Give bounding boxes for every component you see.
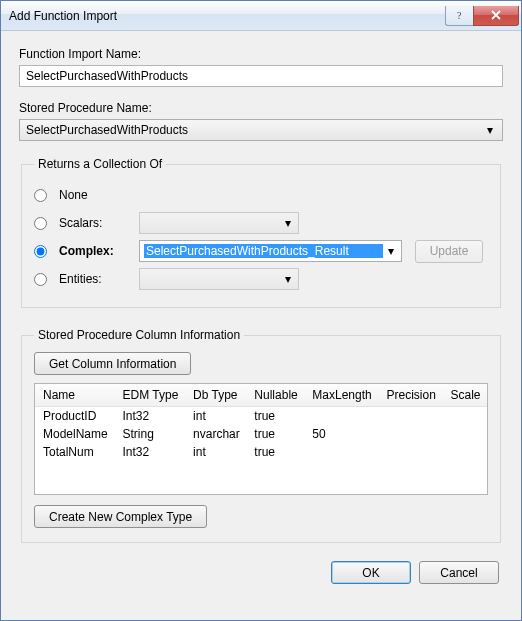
option-entities-radio[interactable] [34,273,47,286]
returns-group-legend: Returns a Collection Of [34,157,166,171]
create-complex-type-button[interactable]: Create New Complex Type [34,505,207,528]
cell: Int32 [115,443,186,461]
ok-button[interactable]: OK [331,561,411,584]
column-grid: Name EDM Type Db Type Nullable MaxLength… [35,384,487,461]
option-scalars-row: Scalars: ▾ [34,209,488,237]
grid-header-row: Name EDM Type Db Type Nullable MaxLength… [35,384,487,407]
chevron-down-icon: ▾ [482,123,498,137]
complex-value: SelectPurchasedWithProducts_Result [144,244,383,258]
scalars-combo: ▾ [139,212,299,234]
cell [378,443,442,461]
cell [442,425,487,443]
chevron-down-icon: ▾ [383,244,399,258]
cell: TotalNum [35,443,115,461]
cell: Int32 [115,407,186,426]
option-entities-label: Entities: [59,272,131,286]
titlebar: Add Function Import ? [1,1,521,31]
col-precision[interactable]: Precision [378,384,442,407]
stored-procedure-value: SelectPurchasedWithProducts [26,123,482,137]
stored-procedure-combo[interactable]: SelectPurchasedWithProducts ▾ [19,119,503,141]
table-row[interactable]: TotalNum Int32 int true [35,443,487,461]
cell: nvarchar [185,425,246,443]
entities-combo: ▾ [139,268,299,290]
svg-text:?: ? [457,10,462,20]
update-button-wrap: Update [410,240,488,263]
cancel-button[interactable]: Cancel [419,561,499,584]
function-import-name-value: SelectPurchasedWithProducts [26,69,188,83]
update-button: Update [415,240,484,263]
cell: 50 [304,425,378,443]
option-entities-row: Entities: ▾ [34,265,488,293]
col-edmtype[interactable]: EDM Type [115,384,186,407]
table-row[interactable]: ProductID Int32 int true [35,407,487,426]
dialog-buttons: OK Cancel [19,561,503,584]
option-scalars-label: Scalars: [59,216,131,230]
option-complex-label: Complex: [59,244,131,258]
cell [378,425,442,443]
client-area: Function Import Name: SelectPurchasedWit… [1,31,521,620]
col-maxlength[interactable]: MaxLength [304,384,378,407]
col-nullable[interactable]: Nullable [246,384,304,407]
cell [304,407,378,426]
column-info-legend: Stored Procedure Column Information [34,328,244,342]
help-button[interactable]: ? [445,6,473,26]
grid-body: ProductID Int32 int true ModelName Strin… [35,407,487,462]
table-row[interactable]: ModelName String nvarchar true 50 [35,425,487,443]
cell: ModelName [35,425,115,443]
help-icon: ? [455,10,465,20]
cell: int [185,443,246,461]
window-buttons: ? [445,6,519,26]
col-dbtype[interactable]: Db Type [185,384,246,407]
col-name[interactable]: Name [35,384,115,407]
option-complex-row: Complex: SelectPurchasedWithProducts_Res… [34,237,488,265]
cell: String [115,425,186,443]
column-grid-wrap: Name EDM Type Db Type Nullable MaxLength… [34,383,488,495]
function-import-name-input[interactable]: SelectPurchasedWithProducts [19,65,503,87]
cell: true [246,407,304,426]
option-none-radio[interactable] [34,189,47,202]
chevron-down-icon: ▾ [280,216,296,230]
cell [442,407,487,426]
column-info-group: Stored Procedure Column Information Get … [21,328,501,543]
close-button[interactable] [473,6,519,26]
function-import-name-label: Function Import Name: [19,47,503,61]
stored-procedure-name-label: Stored Procedure Name: [19,101,503,115]
returns-group: Returns a Collection Of None Scalars: ▾ … [21,157,501,308]
cell [378,407,442,426]
dialog-window: Add Function Import ? Function Import Na… [0,0,522,621]
chevron-down-icon: ▾ [280,272,296,286]
cell [442,443,487,461]
complex-combo[interactable]: SelectPurchasedWithProducts_Result ▾ [139,240,402,262]
cell: true [246,443,304,461]
option-complex-radio[interactable] [34,245,47,258]
cell: int [185,407,246,426]
cell: true [246,425,304,443]
cell [304,443,378,461]
close-icon [490,10,502,20]
get-column-info-button[interactable]: Get Column Information [34,352,191,375]
window-title: Add Function Import [9,9,445,23]
option-none-row: None [34,181,488,209]
cell: ProductID [35,407,115,426]
col-scale[interactable]: Scale [442,384,487,407]
option-scalars-radio[interactable] [34,217,47,230]
option-none-label: None [59,188,131,202]
